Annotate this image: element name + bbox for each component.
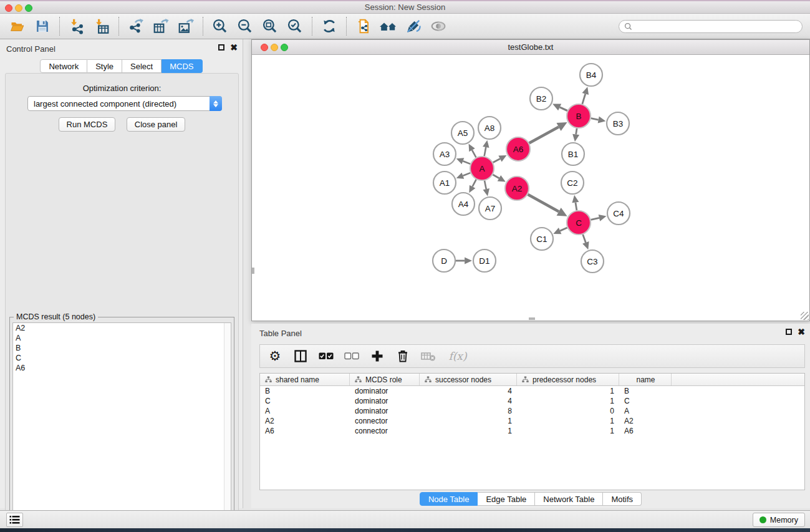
graph-edge-A-A3[interactable]	[463, 161, 470, 164]
arrowhead-icon	[483, 140, 489, 148]
zoom-fit-icon	[262, 18, 278, 34]
zoom-selected-button[interactable]	[282, 15, 307, 37]
graph-edge-A6-B[interactable]	[529, 127, 559, 143]
task-history-button[interactable]	[6, 513, 23, 527]
mcds-result-box: MCDS result (5 nodes) A2ABCA6	[9, 317, 234, 531]
tab-mcds[interactable]: MCDS	[162, 59, 202, 73]
network-vscroll-mark[interactable]	[252, 268, 254, 274]
apply-layout-button[interactable]	[317, 15, 342, 37]
export-network-button[interactable]	[123, 15, 148, 37]
arrowhead-icon	[582, 241, 589, 249]
export-image-button[interactable]	[173, 15, 198, 37]
import-network-button[interactable]	[64, 15, 89, 37]
table-row[interactable]: Adominator80A	[260, 406, 804, 416]
graph-edge-A-A8[interactable]	[485, 147, 486, 156]
function-builder-button[interactable]: f(x)	[446, 348, 469, 364]
graph-edge-B-B1[interactable]	[576, 128, 577, 135]
resize-grip-icon[interactable]	[801, 312, 809, 320]
graph-edge-C-C1[interactable]	[560, 228, 567, 231]
graph-edge-B-B2[interactable]	[560, 107, 567, 111]
result-item[interactable]: A2	[13, 323, 231, 333]
column-header-successor-nodes[interactable]: successor nodes	[420, 374, 517, 385]
search-input[interactable]	[635, 22, 797, 31]
zoom-out-button[interactable]	[233, 15, 258, 37]
result-scrollbar[interactable]	[224, 323, 231, 528]
import-table-button[interactable]	[89, 15, 114, 37]
column-header-name[interactable]: name	[619, 374, 672, 385]
network-canvas[interactable]: B4B2BB3A8A5A6A3B1AA1C2A2A4A7C4CC1C3DD1	[252, 55, 809, 321]
network-overview-button[interactable]	[376, 15, 401, 37]
memory-button[interactable]: Memory	[753, 513, 805, 527]
open-session-button[interactable]	[5, 15, 30, 37]
hide-annotations-button[interactable]	[401, 15, 426, 37]
delete-table-button[interactable]	[421, 348, 436, 364]
graph-edge-C-C3[interactable]	[583, 235, 586, 243]
result-item[interactable]: A6	[13, 363, 231, 373]
node-label-A2: A2	[512, 184, 523, 193]
tab-select[interactable]: Select	[122, 59, 162, 73]
control-panel: Control Panel ✖ NetworkStyleSelectMCDS O…	[0, 39, 243, 508]
select-all-button[interactable]	[319, 348, 334, 364]
graph-edge-A-A1[interactable]	[463, 173, 470, 176]
save-session-button[interactable]	[30, 15, 55, 37]
node-label-C: C	[576, 218, 582, 228]
add-column-button[interactable]	[370, 348, 385, 364]
network-graph[interactable]: B4B2BB3A8A5A6A3B1AA1C2A2A4A7C4CC1C3DD1	[252, 55, 809, 321]
control-panel-tabs: NetworkStyleSelectMCDS	[40, 59, 202, 73]
delete-column-button[interactable]	[395, 348, 410, 364]
result-item[interactable]: C	[13, 353, 231, 363]
zoom-in-button[interactable]	[208, 15, 233, 37]
search-box[interactable]	[619, 20, 803, 33]
column-header-shared-name[interactable]: shared name	[260, 374, 350, 385]
result-item[interactable]: B	[13, 343, 231, 353]
table-row[interactable]: A2connector11A2	[260, 416, 804, 426]
table-row[interactable]: Bdominator41B	[260, 386, 804, 396]
graph-edge-A-A7[interactable]	[485, 181, 486, 190]
float-panel-icon[interactable]	[218, 44, 224, 51]
checked-boxes-icon	[319, 352, 334, 360]
zoom-fit-button[interactable]	[258, 15, 282, 37]
network-window-titlebar[interactable]: testGlobe.txt	[252, 40, 809, 55]
table-tab-network-table[interactable]: Network Table	[535, 492, 603, 506]
graph-edge-A-A4[interactable]	[473, 180, 476, 186]
node-table-body: Bdominator41BCdominator41CAdominator80AA…	[260, 386, 804, 436]
memory-label: Memory	[770, 516, 798, 525]
toggle-graphics-details-button[interactable]	[426, 15, 451, 37]
table-tab-edge-table[interactable]: Edge Table	[478, 492, 535, 506]
column-header-predecessor-nodes[interactable]: predecessor nodes	[517, 374, 619, 385]
export-table-button[interactable]	[148, 15, 173, 37]
mcds-result-list[interactable]: A2ABCA6	[12, 322, 231, 528]
tab-style[interactable]: Style	[87, 59, 122, 73]
table-row[interactable]: A6connector11A6	[260, 426, 804, 436]
run-mcds-button[interactable]: Run MCDS	[59, 117, 116, 132]
graph-edge-C-C2[interactable]	[576, 202, 577, 210]
close-table-panel-icon[interactable]: ✖	[798, 328, 805, 336]
cell-name: C	[619, 397, 672, 405]
close-panel-button[interactable]: Close panel	[127, 117, 186, 132]
graph-edge-B-B4[interactable]	[582, 94, 586, 104]
graph-edge-A-A2[interactable]	[493, 175, 499, 178]
cell-predecessor-nodes: 1	[517, 417, 619, 425]
node-table[interactable]: shared nameMCDS rolesuccessor nodesprede…	[259, 373, 805, 490]
clone-network-button[interactable]	[351, 15, 376, 37]
graph-edge-C-C4[interactable]	[591, 218, 599, 220]
deselect-all-button[interactable]	[344, 348, 359, 364]
column-header-MCDS-role[interactable]: MCDS role	[350, 374, 420, 385]
graph-edge-B-B3[interactable]	[591, 118, 599, 120]
graph-edge-A-A6[interactable]	[493, 158, 500, 162]
node-label-C4: C4	[613, 209, 624, 218]
cell-shared-name: A6	[260, 427, 350, 435]
graph-edge-A2-C[interactable]	[528, 195, 559, 212]
close-panel-icon[interactable]: ✖	[230, 44, 238, 51]
float-table-panel-icon[interactable]	[786, 329, 792, 335]
result-item[interactable]: A	[13, 333, 231, 343]
table-tab-motifs[interactable]: Motifs	[603, 492, 642, 506]
network-hscroll-mark[interactable]	[529, 317, 535, 320]
table-row[interactable]: Cdominator41C	[260, 396, 804, 406]
table-settings-button[interactable]: ⚙	[268, 348, 282, 364]
graph-edge-A-A5[interactable]	[472, 150, 476, 158]
table-tab-node-table[interactable]: Node Table	[420, 492, 478, 506]
tab-network[interactable]: Network	[40, 59, 87, 73]
show-columns-button[interactable]	[293, 348, 308, 364]
criterion-dropdown[interactable]: largest connected component (directed)	[27, 96, 222, 111]
